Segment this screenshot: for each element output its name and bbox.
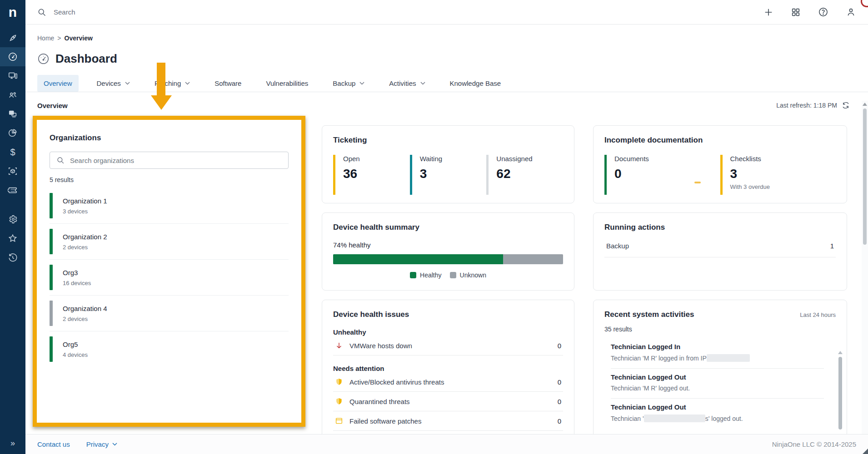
org-status-bar xyxy=(50,229,53,254)
help-icon[interactable] xyxy=(818,7,828,17)
organizations-search-placeholder: Search organizations xyxy=(70,157,134,164)
ticketing-title: Ticketing xyxy=(333,136,563,145)
activity-item[interactable]: Technician Logged Out Technician 'M R' l… xyxy=(611,369,824,399)
tab-activities[interactable]: Activities xyxy=(383,75,431,92)
screens-icon xyxy=(8,109,18,119)
sidebar-item-billing[interactable]: $ xyxy=(0,143,25,162)
running-actions-card: Running actions Backup 1 xyxy=(593,212,847,291)
sidebar-item-software-inventory[interactable] xyxy=(0,162,25,181)
ticketing-stat-open[interactable]: Open 36 xyxy=(333,155,410,195)
sidebar-item-organizations[interactable] xyxy=(0,85,25,104)
users-icon xyxy=(8,90,18,100)
organizations-list: Organization 1 3 devices Organization 2 … xyxy=(50,188,289,367)
health-progress-bar[interactable] xyxy=(333,254,563,264)
add-icon[interactable] xyxy=(763,7,773,17)
sidebar-item-activity-history[interactable] xyxy=(0,248,25,267)
global-search-input[interactable]: Search xyxy=(37,8,763,17)
running-actions-title: Running actions xyxy=(604,223,836,232)
ticketing-stat-waiting[interactable]: Waiting 3 xyxy=(410,155,487,195)
chevron-down-icon xyxy=(125,82,130,85)
organization-list-item[interactable]: Organization 2 2 devices xyxy=(50,224,289,260)
healthy-legend-label: Healthy xyxy=(420,271,441,279)
tab-knowledge-base[interactable]: Knowledge Base xyxy=(444,75,508,92)
sidebar-item-reporting[interactable] xyxy=(0,123,25,143)
sidebar-item-dashboard[interactable] xyxy=(0,47,25,66)
tab-devices[interactable]: Devices xyxy=(90,75,136,92)
page-scrollbar[interactable] xyxy=(862,101,868,434)
organization-list-item[interactable]: Org5 4 devices xyxy=(50,331,289,367)
devices-icon xyxy=(8,71,18,81)
scrollbar-thumb[interactable] xyxy=(863,109,867,245)
scroll-up-arrow[interactable] xyxy=(863,103,867,106)
contact-us-link[interactable]: Contact us xyxy=(37,440,70,448)
section-title: Overview xyxy=(37,102,68,109)
breadcrumb-separator: > xyxy=(57,35,61,42)
tab-bar: Overview Devices Patching Software Vulne… xyxy=(25,66,868,92)
tab-backup[interactable]: Backup xyxy=(326,75,371,92)
health-legend: Healthy Unknown xyxy=(333,271,563,279)
issue-row-quarantined-threats[interactable]: Quarantined threats 0 xyxy=(333,392,563,411)
activity-item[interactable]: Technician Logged In Technician 'M R' lo… xyxy=(611,338,824,369)
top-bar: Search xyxy=(25,0,868,25)
activity-item[interactable]: Technician Logged Out Technician ' s' lo… xyxy=(611,399,824,429)
issue-row-antivirus-threats[interactable]: Active/Blocked antivirus threats 0 xyxy=(333,372,563,392)
patch-window-icon xyxy=(335,417,343,425)
small-yellow-dash-artifact xyxy=(694,182,701,183)
redacted-text xyxy=(707,354,750,362)
breadcrumb-current: Overview xyxy=(65,35,93,42)
documentation-stat-documents[interactable]: Documents 0 xyxy=(604,155,720,195)
issue-row-vmware-hosts-down[interactable]: VMWare hosts down 0 xyxy=(333,336,563,355)
tab-software[interactable]: Software xyxy=(208,75,248,92)
tab-overview[interactable]: Overview xyxy=(37,75,79,92)
documentation-stat-checklists[interactable]: Checklists 3 With 3 overdue xyxy=(720,155,836,195)
chevron-down-icon xyxy=(185,82,190,85)
sidebar-item-favorites[interactable] xyxy=(0,229,25,248)
star-icon xyxy=(8,233,18,243)
window-resize-handle[interactable] xyxy=(863,449,868,454)
user-profile-icon[interactable] xyxy=(846,7,856,17)
cube-scan-icon xyxy=(8,166,18,176)
app-grid-icon[interactable] xyxy=(791,7,801,17)
annotation-arrow-head xyxy=(151,95,172,110)
shield-icon xyxy=(335,378,343,386)
sidebar-item-devices[interactable] xyxy=(0,66,25,85)
unhealthy-group-heading: Unhealthy xyxy=(333,328,563,336)
breadcrumb: Home > Overview xyxy=(25,25,868,42)
device-health-issues-card: Device health issues Unhealthy VMWare ho… xyxy=(322,300,574,449)
sidebar-item-administration[interactable] xyxy=(0,210,25,229)
organization-list-item[interactable]: Organization 1 3 devices xyxy=(50,188,289,224)
healthy-percent-label: 74% healthy xyxy=(333,241,563,249)
device-health-summary-card: Device health summary 74% healthy Health… xyxy=(322,212,574,291)
breadcrumb-home[interactable]: Home xyxy=(37,35,54,42)
sidebar-item-getting-started[interactable] xyxy=(0,28,25,47)
pie-chart-icon xyxy=(8,128,18,138)
organizations-search-input[interactable]: Search organizations xyxy=(50,152,289,169)
ninjaone-logo[interactable]: n xyxy=(0,0,25,25)
ticketing-card: Ticketing Open 36 Waiting 3 Unassigned 6… xyxy=(322,125,574,203)
sidebar-item-ticketing[interactable] xyxy=(0,181,25,200)
dashboard-gauge-icon xyxy=(8,52,18,62)
privacy-link[interactable]: Privacy xyxy=(86,440,117,448)
sidebar-collapse-button[interactable]: » xyxy=(0,436,25,450)
refresh-icon[interactable] xyxy=(842,101,850,109)
chevron-down-icon xyxy=(420,82,425,85)
activities-results-count: 35 results xyxy=(604,326,836,333)
arrow-down-red-icon xyxy=(335,341,343,350)
last-refresh-label: Last refresh: 1:18 PM xyxy=(776,102,837,109)
unknown-legend-swatch xyxy=(450,272,456,278)
activities-list: Technician Logged In Technician 'M R' lo… xyxy=(604,338,836,429)
sidebar-item-remote-screens[interactable] xyxy=(0,104,25,123)
organizations-results-count: 5 results xyxy=(50,176,289,183)
redacted-text xyxy=(644,415,705,422)
activities-scrollbar[interactable] xyxy=(838,349,843,440)
organization-list-item[interactable]: Organization 4 2 devices xyxy=(50,296,289,331)
recent-activities-title: Recent system activities xyxy=(604,310,694,319)
org-status-bar xyxy=(50,301,53,326)
tab-patching[interactable]: Patching xyxy=(148,75,196,92)
organization-list-item[interactable]: Org3 16 devices xyxy=(50,260,289,296)
history-icon xyxy=(8,252,18,262)
running-action-row[interactable]: Backup 1 xyxy=(604,242,836,257)
ticketing-stat-unassigned[interactable]: Unassigned 62 xyxy=(486,155,563,195)
issue-row-failed-patches[interactable]: Failed software patches 0 xyxy=(333,411,563,431)
tab-vulnerabilities[interactable]: Vulnerabilities xyxy=(259,75,314,92)
